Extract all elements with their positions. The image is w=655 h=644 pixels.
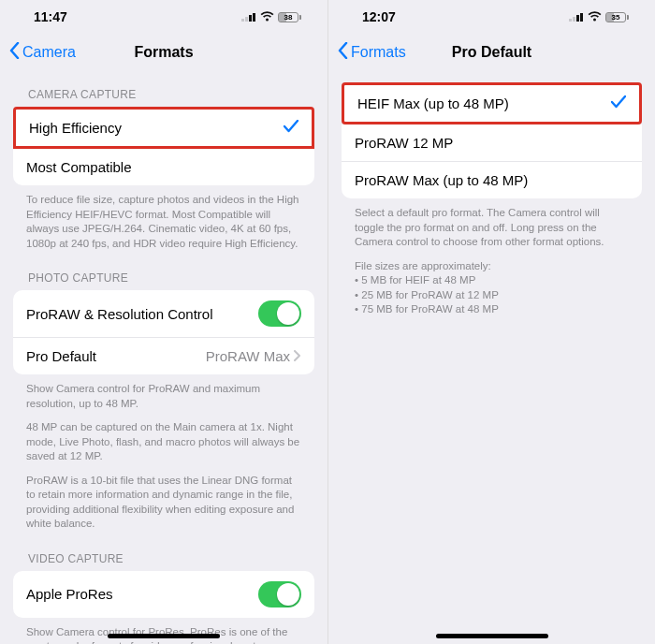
- status-bar: 12:07 35: [328, 0, 655, 34]
- status-bar: 11:47 38: [0, 0, 328, 34]
- svg-rect-3: [253, 13, 255, 22]
- chevron-left-icon: [338, 42, 349, 63]
- cell-label: Apple ProRes: [26, 586, 113, 602]
- toggle-on-icon[interactable]: [258, 581, 301, 607]
- nav-bar: Camera Formats: [0, 34, 328, 71]
- nav-bar: Formats Pro Default: [328, 34, 655, 71]
- chevron-right-icon: [294, 348, 301, 364]
- check-icon: [611, 95, 626, 111]
- section-footer: Show Camera control for ProRAW and maxim…: [0, 374, 328, 535]
- row-high-efficiency[interactable]: High Efficiency: [13, 107, 314, 149]
- cell-label: ProRAW & Resolution Control: [26, 306, 213, 322]
- status-time: 12:07: [362, 9, 396, 24]
- section-footer: Select a default pro format. The Camera …: [328, 198, 655, 321]
- back-label: Camera: [22, 44, 76, 61]
- cell-label: HEIF Max (up to 48 MP): [357, 95, 509, 111]
- cell-value: ProRAW Max: [206, 348, 290, 364]
- section-footer: Show Camera control for ProRes. ProRes i…: [0, 618, 328, 644]
- cellular-icon: [241, 9, 256, 24]
- section-footer: To reduce file size, capture photos and …: [0, 185, 328, 255]
- svg-rect-4: [569, 19, 572, 22]
- chevron-left-icon: [9, 42, 21, 63]
- svg-rect-0: [241, 19, 244, 22]
- cellular-icon: [569, 9, 584, 24]
- home-indicator[interactable]: [108, 634, 220, 638]
- svg-rect-2: [249, 15, 252, 22]
- row-proraw-control[interactable]: ProRAW & Resolution Control: [13, 290, 314, 337]
- back-button[interactable]: Formats: [338, 42, 406, 63]
- wifi-icon: [588, 9, 602, 24]
- home-indicator[interactable]: [436, 634, 548, 638]
- section-header-camera-capture: CAMERA CAPTURE: [0, 71, 328, 107]
- screenshot-pro-default: 12:07 35 Formats Pro Default HEIF Max (u…: [328, 0, 655, 644]
- section-header-photo-capture: PHOTO CAPTURE: [0, 255, 328, 290]
- svg-rect-6: [576, 15, 579, 22]
- cell-label: High Efficiency: [29, 120, 122, 136]
- wifi-icon: [260, 9, 274, 24]
- check-icon: [284, 120, 298, 136]
- cell-label: Most Compatible: [26, 159, 132, 175]
- back-button[interactable]: Camera: [9, 42, 76, 63]
- status-time: 11:47: [34, 9, 67, 24]
- row-heif-max[interactable]: HEIF Max (up to 48 MP): [342, 82, 642, 124]
- row-most-compatible[interactable]: Most Compatible: [13, 149, 314, 185]
- cell-label: ProRAW 12 MP: [355, 135, 453, 151]
- row-pro-default[interactable]: Pro Default ProRAW Max: [13, 337, 314, 374]
- screenshot-formats: 11:47 38 Camera Formats CAMERA CAPTURE H…: [0, 0, 328, 644]
- back-label: Formats: [351, 44, 406, 61]
- cell-label: ProRAW Max (up to 48 MP): [355, 172, 528, 188]
- toggle-on-icon[interactable]: [258, 300, 301, 327]
- svg-rect-1: [245, 17, 248, 22]
- battery-icon: 38: [278, 12, 301, 22]
- svg-rect-5: [573, 17, 575, 22]
- battery-icon: 35: [605, 12, 629, 22]
- section-header-video-capture: VIDEO CAPTURE: [0, 535, 328, 571]
- row-apple-prores[interactable]: Apple ProRes: [13, 571, 314, 618]
- svg-rect-7: [580, 13, 583, 22]
- row-proraw-max[interactable]: ProRAW Max (up to 48 MP): [342, 161, 642, 198]
- row-proraw-12[interactable]: ProRAW 12 MP: [342, 124, 642, 161]
- cell-label: Pro Default: [26, 348, 96, 364]
